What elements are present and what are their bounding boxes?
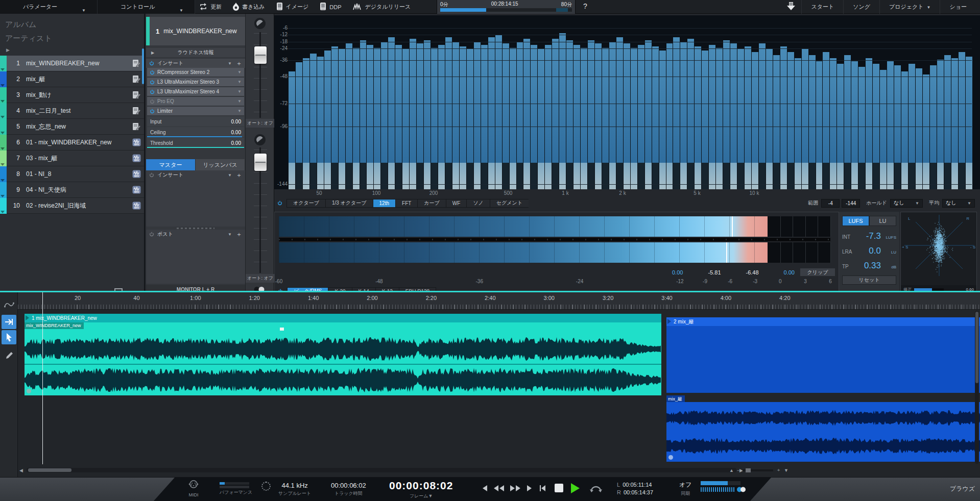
stop-button[interactable] xyxy=(555,484,563,492)
spectrum-mode-FFT[interactable]: FFT xyxy=(395,199,417,208)
return-to-start-button[interactable] xyxy=(538,484,546,494)
track-row-6[interactable]: 601 - mix_WINDBREAKER_newWAV xyxy=(0,135,144,151)
track-color-chip[interactable] xyxy=(0,151,7,166)
insert-plugin-l3-ultramaximizer-stereo-3[interactable]: L3 UltraMaximizer Stereo 3▼ xyxy=(147,78,244,86)
expand-triangle-icon[interactable]: ▶ xyxy=(6,47,139,53)
spectrum-mode-ソノ[interactable]: ソノ xyxy=(466,199,489,208)
insert-plugin-l3-ultramaximizer-stereo-4[interactable]: L3 UltraMaximizer Stereo 4▼ xyxy=(147,87,244,96)
timeline-ruler[interactable]: 20401:001:201:402:002:202:403:003:203:40… xyxy=(18,292,980,310)
clip-mix-windbreaker[interactable]: 1 mix_WINDBREAKER_new mix_WINDBREAKER_ne… xyxy=(25,314,661,395)
page-button-ソング[interactable]: ソング xyxy=(843,0,879,14)
track-color-chip[interactable] xyxy=(0,71,7,87)
loudness-info-section[interactable]: ▶ ラウドネス情報 xyxy=(146,48,245,57)
spectrum-display[interactable]: -6-12-18-24-36-48-72-96-144 xyxy=(274,15,980,189)
chevron-down-icon[interactable]: ▼ xyxy=(237,109,242,113)
chevron-down-icon[interactable]: ▼ xyxy=(237,80,242,84)
average-dropdown[interactable]: なし▼ xyxy=(942,199,975,208)
album-placeholder[interactable]: アルバム xyxy=(5,20,139,30)
control-menu[interactable]: コントロール ▼ xyxy=(98,0,195,14)
bus-tab-リッスンバス[interactable]: リッスンバス xyxy=(196,159,245,170)
range-max-field[interactable]: -144 xyxy=(842,199,860,208)
arrow-tool[interactable] xyxy=(2,330,16,344)
artist-placeholder[interactable]: アーティスト xyxy=(5,34,139,43)
page-button-スタート[interactable]: スタート xyxy=(801,0,843,14)
master-pan-knob-icon[interactable] xyxy=(254,134,266,145)
track-row-3[interactable]: 3mix_動け xyxy=(0,87,144,103)
download-icon[interactable] xyxy=(786,2,796,13)
power-icon[interactable] xyxy=(150,80,155,85)
clip-handle[interactable] xyxy=(27,389,31,393)
zoom-down-icon[interactable]: ▼ xyxy=(784,468,788,473)
zoom-controls[interactable]: ▲ − ＋ ▼ xyxy=(729,467,788,473)
power-icon[interactable] xyxy=(150,89,155,94)
performance-indicator[interactable]: パフォーマンス xyxy=(220,481,252,496)
chevron-down-icon[interactable]: ▼ xyxy=(237,99,242,104)
sidebar-scrollbar[interactable] xyxy=(142,48,144,84)
power-icon[interactable] xyxy=(277,201,282,206)
power-icon[interactable] xyxy=(150,99,155,104)
chevron-down-icon[interactable]: ▼ xyxy=(237,70,242,74)
hold-dropdown[interactable]: なし▼ xyxy=(890,199,923,208)
track-color-chip[interactable] xyxy=(0,87,7,103)
automation-tool[interactable] xyxy=(2,297,16,312)
add-insert-icon[interactable]: ＋ xyxy=(236,59,242,68)
clip-upper-body[interactable] xyxy=(666,326,980,393)
track-color-chip[interactable] xyxy=(0,103,7,119)
spectrum-mode-カーブ[interactable]: カーブ xyxy=(417,199,445,208)
zoom-up-icon[interactable]: ▲ xyxy=(729,468,734,473)
insert-section-header[interactable]: インサート▼＋ xyxy=(146,59,245,68)
track-fader-handle[interactable] xyxy=(254,46,267,64)
clip-body[interactable]: mix_WINDBREAKER_new xyxy=(25,322,661,395)
main-time-display[interactable]: 00:00:08:02 フレーム▼ xyxy=(389,480,453,499)
clip-header[interactable]: 2 mix_籬 xyxy=(666,317,980,326)
toolbar-action-disc-ddp[interactable]: DDP xyxy=(320,3,341,12)
track-color-chip[interactable] xyxy=(0,119,7,135)
range-min-field[interactable]: -4 xyxy=(821,199,840,208)
clip-header[interactable]: 1 mix_WINDBREAKER_new xyxy=(25,314,661,322)
power-icon[interactable] xyxy=(149,172,154,178)
playhead[interactable] xyxy=(42,292,43,464)
track-fader[interactable] xyxy=(259,32,261,118)
loudness-tab-LUFS[interactable]: LUFS xyxy=(842,216,869,226)
track-color-chip[interactable] xyxy=(0,166,7,182)
master-automation-state-label[interactable]: オート: オフ xyxy=(246,274,275,283)
toolbar-action-refresh[interactable]: 更新 xyxy=(199,3,222,11)
pan-knob-icon[interactable] xyxy=(254,18,266,29)
spectrum-mode-WF[interactable]: WF xyxy=(446,199,467,208)
track-color-chip[interactable] xyxy=(0,56,7,71)
track-color-chip[interactable] xyxy=(0,182,7,198)
power-icon[interactable] xyxy=(149,232,154,237)
range-tool[interactable] xyxy=(2,315,16,329)
spectrum-mode-1/3 オクターブ[interactable]: 1/3 オクターブ xyxy=(325,199,373,208)
scroll-left-icon[interactable]: ◀ xyxy=(19,468,23,473)
track-row-7[interactable]: 703 - mix_籬WAV xyxy=(0,151,144,166)
loop-button[interactable] xyxy=(588,482,604,496)
track-row-4[interactable]: 4mix_二日月_test xyxy=(0,103,144,119)
track-row-2[interactable]: 2mix_籬 xyxy=(0,71,144,87)
help-button[interactable]: ? xyxy=(583,2,587,10)
insert-plugin-limiter[interactable]: Limiter▼ xyxy=(147,107,244,115)
forward-button[interactable] xyxy=(510,484,521,494)
scrollbar-thumb[interactable] xyxy=(28,468,71,472)
add-insert-icon[interactable]: ＋ xyxy=(236,171,242,180)
play-button[interactable] xyxy=(571,483,580,493)
add-post-icon[interactable]: ＋ xyxy=(236,230,242,239)
pencil-tool[interactable] xyxy=(2,348,16,363)
browse-button[interactable]: ブラウズ xyxy=(950,485,975,493)
page-button-プロジェクト[interactable]: プロジェクト▼ xyxy=(879,0,940,14)
horizontal-scrollbar[interactable] xyxy=(27,468,736,472)
track-row-10[interactable]: 1002 - revise2NI_旧海域WAV xyxy=(0,198,144,214)
chevron-down-icon[interactable]: ▼ xyxy=(228,232,232,237)
param-row-threshold[interactable]: Threshold0.00 xyxy=(147,138,244,148)
toolbar-action-burn[interactable]: 書き込み xyxy=(233,3,265,12)
spectrum-mode-セグメント[interactable]: セグメント xyxy=(490,199,529,208)
section-splitter[interactable] xyxy=(177,228,214,229)
track-color-chip[interactable] xyxy=(0,198,7,214)
power-icon[interactable] xyxy=(150,109,155,114)
spectrum-mode-12th[interactable]: 12th xyxy=(373,199,395,208)
loudness-tab-LU[interactable]: LU xyxy=(869,216,896,226)
power-icon[interactable] xyxy=(150,70,155,75)
chevron-down-icon[interactable]: ▼ xyxy=(228,173,232,178)
param-row-input[interactable]: Input0.00 xyxy=(147,116,244,127)
clip-lower-body[interactable] xyxy=(666,402,980,462)
